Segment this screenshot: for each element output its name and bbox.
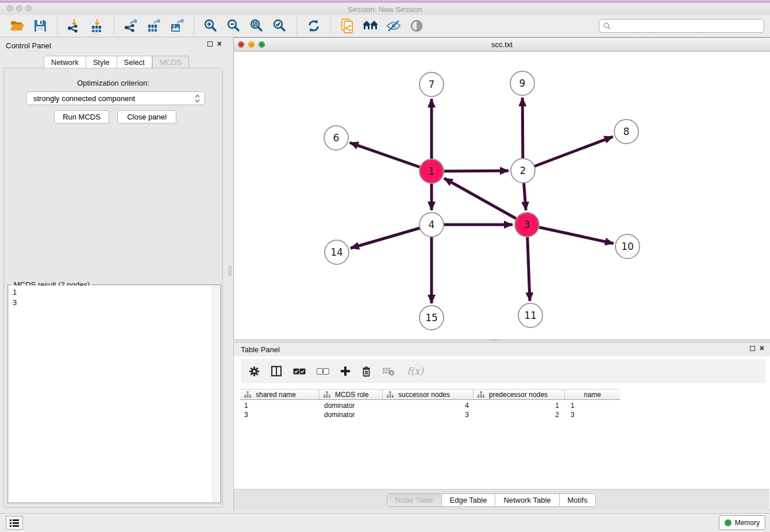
delete-table-icon[interactable]: [382, 367, 395, 376]
task-history-button[interactable]: [6, 516, 23, 530]
list-icon: [10, 519, 19, 527]
show-eye-icon[interactable]: [408, 17, 425, 34]
import-network-icon[interactable]: [66, 17, 83, 34]
table-panel: Table Panel × f(x) share: [233, 342, 770, 510]
tab-network-table[interactable]: Network Table: [495, 494, 559, 506]
cell-name[interactable]: 1: [571, 401, 620, 410]
cell-successor-nodes[interactable]: 4: [383, 401, 469, 410]
table-panel-title: Table Panel: [241, 345, 280, 354]
search-field[interactable]: [599, 19, 764, 33]
graph-node-label: 8: [623, 126, 630, 137]
zoom-selected-icon[interactable]: [271, 17, 288, 34]
control-panel-title: Control Panel: [6, 41, 51, 50]
graph-node-label: 7: [429, 79, 435, 90]
toolbar-separator: [57, 17, 57, 34]
network-window-titlebar: × − + scc.txt: [234, 38, 770, 52]
table-row[interactable]: 1 dominator 4 1 1: [240, 401, 620, 410]
delete-column-icon[interactable]: [361, 366, 371, 377]
column-header-mcds-role[interactable]: MCDS role: [319, 390, 383, 399]
add-column-icon[interactable]: [340, 366, 351, 376]
mcds-result-group: MCDS result (2 nodes) 1 3: [7, 284, 221, 503]
deselect-all-columns-icon[interactable]: [317, 368, 329, 375]
graph-edge-4-14[interactable]: [351, 225, 432, 248]
import-table-icon[interactable]: [88, 17, 106, 34]
select-all-columns-icon[interactable]: [293, 368, 306, 375]
cell-mcds-role[interactable]: dominator: [324, 410, 383, 419]
float-panel-icon[interactable]: [207, 41, 213, 47]
graph-node-label: 2: [520, 165, 526, 176]
cell-shared-name[interactable]: 3: [244, 410, 319, 419]
memory-button[interactable]: Memory: [719, 515, 765, 530]
toolbar-separator: [114, 17, 114, 34]
hierarchy-icon: [387, 391, 394, 398]
close-panel-icon[interactable]: ×: [760, 345, 764, 351]
zoom-fit-icon[interactable]: [248, 17, 265, 34]
select-stepper-icon: [195, 94, 200, 103]
export-network-icon[interactable]: [122, 17, 140, 34]
cell-successor-nodes[interactable]: 3: [383, 410, 469, 419]
column-header-predecessor-nodes[interactable]: predecessor nodes: [473, 390, 565, 399]
mcds-result-item[interactable]: 1: [9, 286, 220, 298]
float-panel-icon[interactable]: [750, 346, 755, 351]
table-panel-header: Table Panel ×: [234, 342, 770, 356]
graph-node-label: 9: [519, 78, 526, 89]
control-panel: Control Panel × Network Style Select MCD…: [0, 37, 226, 513]
hide-eye-icon[interactable]: [385, 17, 402, 34]
graph-edge-3-1[interactable]: [444, 178, 527, 225]
graph-node-label: 4: [429, 219, 435, 230]
home-icon[interactable]: [362, 17, 379, 34]
cell-predecessor-nodes[interactable]: 2: [473, 410, 559, 419]
network-from-file-icon[interactable]: [339, 17, 356, 34]
table-row[interactable]: 3 dominator 3 2 3: [240, 410, 620, 419]
refresh-icon[interactable]: [305, 17, 322, 34]
close-panel-icon[interactable]: ×: [217, 41, 222, 47]
column-header-shared-name[interactable]: shared name: [240, 390, 319, 399]
open-session-icon[interactable]: [9, 17, 26, 34]
optimization-criterion-select[interactable]: strongly connected component: [26, 91, 205, 105]
tab-node-table[interactable]: Node Table: [387, 494, 441, 506]
optimization-criterion-label: Optimization criterion:: [4, 79, 222, 87]
app-title: Session: New Session: [0, 5, 770, 14]
cell-predecessor-nodes[interactable]: 1: [473, 401, 559, 410]
graph-edge-1-6[interactable]: [350, 142, 432, 171]
result-scrollbar[interactable]: [213, 286, 220, 502]
column-header-name[interactable]: name: [565, 390, 620, 399]
export-table-icon[interactable]: [145, 17, 163, 34]
cell-name[interactable]: 3: [571, 410, 620, 419]
cell-mcds-role[interactable]: dominator: [324, 401, 383, 410]
cell-shared-name[interactable]: 1: [244, 401, 319, 410]
network-window-title: scc.txt: [234, 40, 770, 49]
network-graph-canvas[interactable]: 7968124314101511: [234, 52, 769, 340]
graph-node-label: 3: [524, 219, 530, 230]
memory-label: Memory: [735, 519, 760, 527]
show-columns-icon[interactable]: [271, 365, 282, 377]
search-input[interactable]: [614, 22, 760, 30]
export-image-icon[interactable]: [168, 17, 186, 34]
vertical-splitter-handle[interactable]: [228, 266, 232, 276]
function-builder-icon[interactable]: f(x): [407, 365, 424, 377]
zoom-out-icon[interactable]: [225, 17, 242, 34]
column-header-successor-nodes[interactable]: successor nodes: [383, 390, 473, 399]
memory-status-icon: [725, 519, 732, 526]
tab-motifs[interactable]: Motifs: [559, 494, 596, 506]
run-mcds-button[interactable]: Run MCDS: [54, 110, 109, 124]
zoom-in-icon[interactable]: [202, 17, 220, 34]
status-bar: Memory: [0, 513, 770, 532]
mcds-result-list[interactable]: 1 3: [9, 286, 220, 502]
hierarchy-icon: [244, 391, 251, 398]
mcds-panel: Optimization criterion: strongly connect…: [3, 68, 223, 508]
graph-edge-3-10[interactable]: [527, 225, 614, 244]
close-panel-button[interactable]: Close panel: [117, 110, 176, 124]
graph-node-label: 15: [425, 312, 438, 323]
toolbar-separator: [194, 17, 194, 34]
graph-edge-2-8[interactable]: [523, 137, 613, 171]
app-titlebar: Session: New Session: [0, 3, 770, 15]
tab-edge-table[interactable]: Edge Table: [441, 494, 495, 506]
table-toolbar: f(x): [241, 359, 765, 383]
search-icon: [603, 22, 611, 30]
gear-icon[interactable]: [249, 366, 260, 377]
optimization-criterion-value: strongly connected component: [33, 94, 195, 103]
graph-node-label: 10: [621, 241, 634, 252]
mcds-result-item[interactable]: 3: [9, 298, 220, 308]
save-session-icon[interactable]: [32, 17, 49, 34]
